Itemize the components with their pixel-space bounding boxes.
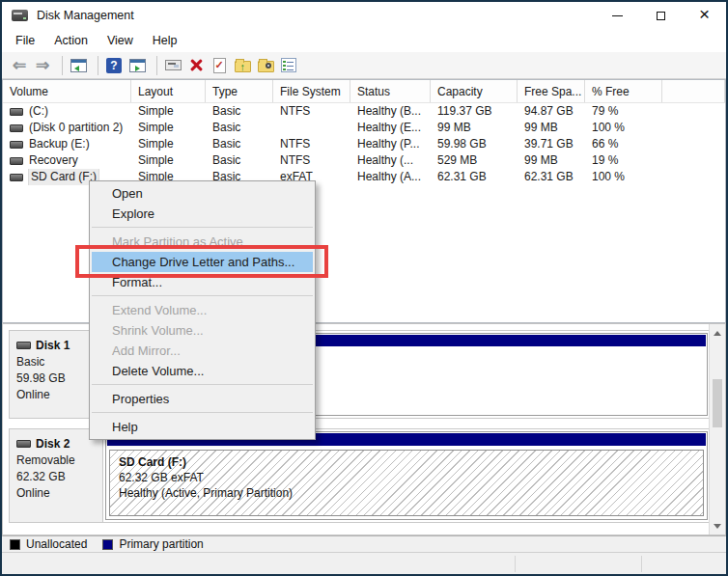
column-header-blank bbox=[662, 80, 725, 102]
menu-item-delete-volume[interactable]: Delete Volume... bbox=[90, 361, 315, 381]
folder-up-icon[interactable]: ↑ bbox=[233, 56, 252, 75]
type-cell: Basic bbox=[206, 136, 273, 152]
task-list-icon[interactable] bbox=[279, 56, 298, 75]
table-row[interactable]: Recovery Simple Basic NTFS Healthy (... … bbox=[3, 152, 725, 169]
drive-icon bbox=[10, 124, 23, 132]
layout-cell: Simple bbox=[131, 120, 206, 136]
disk-1-name: Disk 1 bbox=[36, 339, 70, 352]
legend-unallocated-label: Unallocated bbox=[26, 537, 87, 551]
forward-icon[interactable]: ⇒ bbox=[33, 56, 52, 75]
scrollbar-thumb[interactable] bbox=[713, 379, 722, 427]
column-header-volume[interactable]: Volume bbox=[3, 80, 131, 102]
vertical-scrollbar[interactable] bbox=[709, 324, 725, 535]
menu-separator bbox=[90, 224, 315, 232]
scroll-up-button[interactable] bbox=[710, 325, 725, 341]
prompt-icon[interactable] bbox=[163, 56, 182, 75]
table-row[interactable]: Backup (E:) Simple Basic NTFS Healthy (P… bbox=[3, 136, 725, 152]
delete-volume-icon[interactable] bbox=[186, 56, 206, 75]
column-header-free-space[interactable]: Free Spa... bbox=[518, 80, 585, 102]
volume-context-menu: Open Explore Mark Partition as Active Ch… bbox=[89, 180, 316, 440]
menu-separator bbox=[90, 292, 315, 300]
column-header-status[interactable]: Status bbox=[350, 80, 431, 102]
back-icon[interactable]: ⇐ bbox=[10, 56, 29, 75]
column-header-file-system[interactable]: File System bbox=[273, 80, 350, 102]
pct-free-cell: 66 % bbox=[585, 136, 662, 152]
status-cell: Healthy (P... bbox=[350, 136, 431, 152]
disk-2-row: Disk 2 Removable 62.32 GB Online SD Card… bbox=[9, 428, 711, 523]
sd-card-partition-bar[interactable]: SD Card (F:) 62.32 GB exFAT Healthy (Act… bbox=[105, 431, 708, 520]
disk-2-type: Removable bbox=[16, 453, 102, 467]
menu-bar: File Action View Help bbox=[2, 29, 726, 52]
scroll-down-button[interactable] bbox=[710, 518, 725, 534]
volume-cell: (C:) bbox=[3, 103, 131, 120]
menu-file[interactable]: File bbox=[6, 30, 44, 51]
type-cell: Basic bbox=[206, 152, 273, 169]
pct-free-cell: 100 % bbox=[585, 169, 662, 185]
free-space-cell: 99 MB bbox=[518, 120, 585, 136]
column-header-pct-free[interactable]: % Free bbox=[585, 80, 662, 102]
volume-cell: Backup (E:) bbox=[3, 136, 131, 152]
menu-item-open[interactable]: Open bbox=[90, 183, 315, 204]
layout-cell: Simple bbox=[131, 152, 206, 169]
chevron-down-icon bbox=[714, 524, 721, 529]
drive-icon bbox=[10, 141, 23, 149]
free-space-cell: 99 MB bbox=[518, 152, 585, 169]
menu-separator bbox=[90, 381, 315, 389]
disk-management-app-icon bbox=[12, 10, 28, 21]
menu-action[interactable]: Action bbox=[44, 30, 98, 51]
disk-2-size: 62.32 GB bbox=[16, 470, 102, 483]
menu-item-explore[interactable]: Explore bbox=[90, 204, 315, 224]
fs-cell: NTFS bbox=[273, 152, 350, 169]
free-space-cell: 62.31 GB bbox=[518, 169, 585, 185]
disk-management-window: Disk Management × File Action View Help … bbox=[0, 0, 728, 576]
layout-cell: Simple bbox=[131, 103, 206, 120]
action-pane-icon[interactable] bbox=[127, 56, 147, 75]
window-title: Disk Management bbox=[37, 9, 134, 22]
menu-item-extend-volume: Extend Volume... bbox=[90, 300, 315, 320]
partition-detail: 62.32 GB exFAT bbox=[119, 471, 703, 484]
menu-item-help[interactable]: Help bbox=[90, 417, 315, 437]
disk-2-label[interactable]: Disk 2 Removable 62.32 GB Online bbox=[10, 429, 103, 522]
drive-icon bbox=[10, 108, 23, 116]
column-header-layout[interactable]: Layout bbox=[131, 80, 206, 102]
legend-primary-partition-label: Primary partition bbox=[119, 537, 203, 551]
menu-item-add-mirror: Add Mirror... bbox=[90, 341, 315, 361]
menu-help[interactable]: Help bbox=[143, 30, 187, 51]
capacity-cell: 529 MB bbox=[431, 152, 518, 169]
fs-cell: NTFS bbox=[273, 103, 350, 120]
free-space-cell: 39.71 GB bbox=[518, 136, 585, 152]
fs-cell: NTFS bbox=[273, 136, 350, 152]
window-controls: × bbox=[596, 2, 726, 29]
toolbar-separator bbox=[98, 56, 98, 75]
table-row[interactable]: (C:) Simple Basic NTFS Healthy (B... 119… bbox=[3, 103, 725, 120]
free-space-cell: 94.87 GB bbox=[518, 103, 585, 120]
status-cell: Healthy (A... bbox=[350, 169, 431, 185]
folder-search-icon[interactable] bbox=[256, 56, 275, 75]
close-button[interactable]: × bbox=[683, 2, 726, 29]
status-cell: Healthy (... bbox=[350, 152, 431, 169]
check-document-icon[interactable]: ✓ bbox=[210, 56, 229, 75]
help-icon[interactable]: ? bbox=[104, 56, 124, 75]
capacity-cell: 59.98 GB bbox=[431, 136, 518, 152]
primary-partition-color-swatch bbox=[102, 539, 113, 550]
maximize-button[interactable] bbox=[639, 2, 683, 29]
pct-free-cell: 19 % bbox=[585, 152, 662, 169]
sd-card-partition-selected[interactable]: SD Card (F:) 62.32 GB exFAT Healthy (Act… bbox=[109, 450, 704, 516]
drive-icon bbox=[10, 157, 23, 165]
annotation-highlight-box bbox=[75, 245, 328, 278]
disk-icon bbox=[16, 342, 31, 349]
menu-item-properties[interactable]: Properties bbox=[90, 389, 315, 409]
toolbar: ⇐ ⇒ ? ✓ ↑ bbox=[2, 52, 726, 79]
column-header-capacity[interactable]: Capacity bbox=[431, 80, 518, 102]
minimize-button[interactable] bbox=[596, 2, 639, 29]
menu-view[interactable]: View bbox=[98, 30, 143, 51]
table-row[interactable]: (Disk 0 partition 2) Simple Basic Health… bbox=[3, 120, 725, 136]
volume-cell: (Disk 0 partition 2) bbox=[3, 120, 131, 136]
console-tree-icon[interactable] bbox=[69, 56, 88, 75]
menu-item-shrink-volume: Shrink Volume... bbox=[90, 320, 315, 341]
status-bar bbox=[2, 552, 726, 574]
disk-icon bbox=[16, 440, 31, 448]
disk-2-name: Disk 2 bbox=[36, 437, 70, 451]
column-header-type[interactable]: Type bbox=[206, 80, 273, 102]
status-cell: Healthy (B... bbox=[350, 103, 431, 120]
